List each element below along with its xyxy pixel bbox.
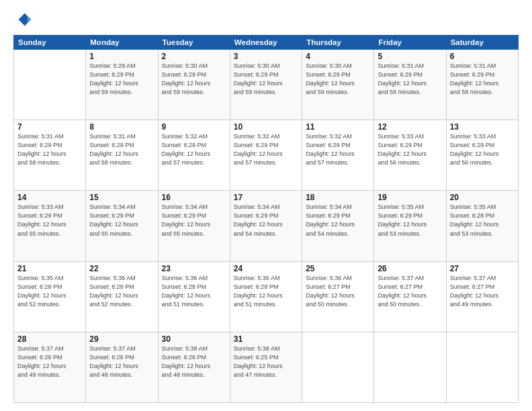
- calendar-cell: 9Sunrise: 5:32 AM Sunset: 6:29 PM Daylig…: [158, 120, 230, 191]
- day-info: Sunrise: 5:34 AM Sunset: 6:29 PM Dayligh…: [162, 203, 226, 238]
- calendar-cell: 19Sunrise: 5:35 AM Sunset: 6:29 PM Dayli…: [374, 191, 446, 261]
- day-info: Sunrise: 5:31 AM Sunset: 6:29 PM Dayligh…: [89, 132, 154, 167]
- day-number: 16: [162, 193, 226, 202]
- day-info: Sunrise: 5:38 AM Sunset: 6:25 PM Dayligh…: [234, 345, 298, 379]
- day-info: Sunrise: 5:31 AM Sunset: 6:29 PM Dayligh…: [378, 62, 442, 97]
- day-info: Sunrise: 5:32 AM Sunset: 6:29 PM Dayligh…: [162, 132, 226, 167]
- day-number: 10: [234, 122, 298, 132]
- day-info: Sunrise: 5:35 AM Sunset: 6:29 PM Dayligh…: [378, 203, 442, 238]
- day-info: Sunrise: 5:31 AM Sunset: 6:29 PM Dayligh…: [17, 132, 82, 167]
- day-number: 15: [89, 193, 154, 202]
- day-number: 18: [306, 193, 370, 202]
- day-number: 3: [234, 52, 298, 61]
- day-number: 12: [378, 122, 442, 132]
- day-number: 17: [234, 193, 298, 202]
- calendar-cell: [14, 50, 86, 120]
- calendar-cell: 8Sunrise: 5:31 AM Sunset: 6:29 PM Daylig…: [86, 120, 158, 191]
- day-info: Sunrise: 5:38 AM Sunset: 6:26 PM Dayligh…: [162, 345, 226, 379]
- header-row: SundayMondayTuesdayWednesdayThursdayFrid…: [14, 36, 519, 50]
- logo: [13, 11, 35, 30]
- day-info: Sunrise: 5:37 AM Sunset: 6:27 PM Dayligh…: [450, 274, 515, 309]
- week-row-2: 7Sunrise: 5:31 AM Sunset: 6:29 PM Daylig…: [14, 120, 519, 191]
- col-header-saturday: Saturday: [446, 36, 518, 50]
- day-info: Sunrise: 5:35 AM Sunset: 6:28 PM Dayligh…: [17, 274, 82, 309]
- day-number: 6: [450, 52, 515, 61]
- day-info: Sunrise: 5:36 AM Sunset: 6:28 PM Dayligh…: [162, 274, 226, 309]
- day-number: 4: [306, 52, 370, 61]
- calendar-cell: 16Sunrise: 5:34 AM Sunset: 6:29 PM Dayli…: [158, 191, 230, 261]
- day-number: 1: [89, 52, 154, 61]
- calendar-cell: [446, 332, 518, 402]
- calendar-cell: [374, 332, 446, 402]
- col-header-wednesday: Wednesday: [230, 36, 302, 50]
- page-header: [13, 11, 519, 30]
- week-row-5: 28Sunrise: 5:37 AM Sunset: 6:26 PM Dayli…: [14, 332, 519, 402]
- day-info: Sunrise: 5:37 AM Sunset: 6:26 PM Dayligh…: [89, 345, 154, 379]
- day-info: Sunrise: 5:37 AM Sunset: 6:26 PM Dayligh…: [17, 345, 82, 379]
- calendar-cell: 5Sunrise: 5:31 AM Sunset: 6:29 PM Daylig…: [374, 50, 446, 120]
- day-info: Sunrise: 5:36 AM Sunset: 6:28 PM Dayligh…: [89, 274, 154, 309]
- calendar-cell: 1Sunrise: 5:29 AM Sunset: 6:29 PM Daylig…: [86, 50, 158, 120]
- week-row-4: 21Sunrise: 5:35 AM Sunset: 6:28 PM Dayli…: [14, 261, 519, 332]
- day-number: 14: [17, 193, 82, 202]
- day-number: 22: [89, 264, 154, 273]
- day-info: Sunrise: 5:32 AM Sunset: 6:29 PM Dayligh…: [306, 132, 370, 167]
- calendar-cell: 20Sunrise: 5:35 AM Sunset: 6:28 PM Dayli…: [446, 191, 518, 261]
- day-info: Sunrise: 5:33 AM Sunset: 6:29 PM Dayligh…: [378, 132, 442, 167]
- day-number: 29: [89, 334, 154, 344]
- day-number: 13: [450, 122, 515, 132]
- day-info: Sunrise: 5:32 AM Sunset: 6:29 PM Dayligh…: [234, 132, 298, 167]
- calendar-cell: 14Sunrise: 5:33 AM Sunset: 6:29 PM Dayli…: [14, 191, 86, 261]
- day-number: 27: [450, 264, 515, 273]
- day-number: 7: [17, 122, 82, 132]
- calendar-cell: [302, 332, 374, 402]
- day-number: 30: [162, 334, 226, 344]
- calendar-cell: 10Sunrise: 5:32 AM Sunset: 6:29 PM Dayli…: [230, 120, 302, 191]
- week-row-1: 1Sunrise: 5:29 AM Sunset: 6:29 PM Daylig…: [14, 50, 519, 120]
- logo-icon: [13, 11, 32, 30]
- col-header-tuesday: Tuesday: [158, 36, 230, 50]
- calendar-cell: 13Sunrise: 5:33 AM Sunset: 6:29 PM Dayli…: [446, 120, 518, 191]
- day-info: Sunrise: 5:29 AM Sunset: 6:29 PM Dayligh…: [89, 62, 154, 97]
- calendar-cell: 29Sunrise: 5:37 AM Sunset: 6:26 PM Dayli…: [86, 332, 158, 402]
- day-info: Sunrise: 5:33 AM Sunset: 6:29 PM Dayligh…: [450, 132, 515, 167]
- day-number: 9: [162, 122, 226, 132]
- calendar-cell: 3Sunrise: 5:30 AM Sunset: 6:29 PM Daylig…: [230, 50, 302, 120]
- calendar-cell: 28Sunrise: 5:37 AM Sunset: 6:26 PM Dayli…: [14, 332, 86, 402]
- day-info: Sunrise: 5:36 AM Sunset: 6:27 PM Dayligh…: [306, 274, 370, 309]
- calendar-cell: 15Sunrise: 5:34 AM Sunset: 6:29 PM Dayli…: [86, 191, 158, 261]
- calendar-cell: 18Sunrise: 5:34 AM Sunset: 6:29 PM Dayli…: [302, 191, 374, 261]
- day-number: 24: [234, 264, 298, 273]
- day-info: Sunrise: 5:30 AM Sunset: 6:29 PM Dayligh…: [306, 62, 370, 97]
- calendar-table: SundayMondayTuesdayWednesdayThursdayFrid…: [13, 35, 519, 403]
- calendar-cell: 23Sunrise: 5:36 AM Sunset: 6:28 PM Dayli…: [158, 261, 230, 332]
- calendar-cell: 11Sunrise: 5:32 AM Sunset: 6:29 PM Dayli…: [302, 120, 374, 191]
- calendar-cell: 30Sunrise: 5:38 AM Sunset: 6:26 PM Dayli…: [158, 332, 230, 402]
- day-info: Sunrise: 5:30 AM Sunset: 6:29 PM Dayligh…: [162, 62, 226, 97]
- day-number: 28: [17, 334, 82, 344]
- calendar-cell: 2Sunrise: 5:30 AM Sunset: 6:29 PM Daylig…: [158, 50, 230, 120]
- col-header-sunday: Sunday: [14, 36, 86, 50]
- calendar-cell: 12Sunrise: 5:33 AM Sunset: 6:29 PM Dayli…: [374, 120, 446, 191]
- calendar-cell: 4Sunrise: 5:30 AM Sunset: 6:29 PM Daylig…: [302, 50, 374, 120]
- col-header-thursday: Thursday: [302, 36, 374, 50]
- day-number: 26: [378, 264, 442, 273]
- day-number: 2: [162, 52, 226, 61]
- calendar-cell: 25Sunrise: 5:36 AM Sunset: 6:27 PM Dayli…: [302, 261, 374, 332]
- day-info: Sunrise: 5:31 AM Sunset: 6:29 PM Dayligh…: [450, 62, 515, 97]
- svg-marker-1: [28, 15, 32, 23]
- col-header-monday: Monday: [86, 36, 158, 50]
- day-info: Sunrise: 5:35 AM Sunset: 6:28 PM Dayligh…: [450, 203, 515, 238]
- day-info: Sunrise: 5:34 AM Sunset: 6:29 PM Dayligh…: [306, 203, 370, 238]
- day-number: 25: [306, 264, 370, 273]
- day-info: Sunrise: 5:30 AM Sunset: 6:29 PM Dayligh…: [234, 62, 298, 97]
- calendar-cell: 6Sunrise: 5:31 AM Sunset: 6:29 PM Daylig…: [446, 50, 518, 120]
- day-info: Sunrise: 5:34 AM Sunset: 6:29 PM Dayligh…: [234, 203, 298, 238]
- col-header-friday: Friday: [374, 36, 446, 50]
- calendar-cell: 26Sunrise: 5:37 AM Sunset: 6:27 PM Dayli…: [374, 261, 446, 332]
- day-info: Sunrise: 5:37 AM Sunset: 6:27 PM Dayligh…: [378, 274, 442, 309]
- day-number: 5: [378, 52, 442, 61]
- day-number: 31: [234, 334, 298, 344]
- calendar-cell: 24Sunrise: 5:36 AM Sunset: 6:28 PM Dayli…: [230, 261, 302, 332]
- day-number: 11: [306, 122, 370, 132]
